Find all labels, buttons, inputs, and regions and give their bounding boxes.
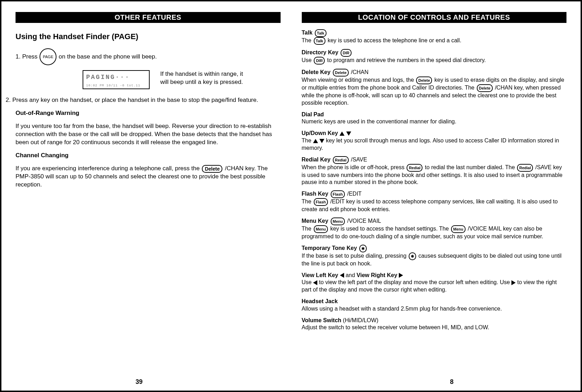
del-b1-pre: When viewing or editing menus and logs, … [302,77,414,83]
view-right-title: View Right Key [356,272,397,278]
view-and: and [346,272,355,278]
directory-entry: Directory Key DIR Use DIR to program and… [302,49,567,65]
talk-key-inline: Talk [314,37,325,45]
flash-title: Flash Key [302,191,329,197]
right-page: LOCATION OF CONTROLS AND FEATURES Talk T… [302,12,567,384]
talk-entry: Talk Talk The Talk key is used to access… [302,29,567,45]
redial-suffix: /SAVE [351,157,367,163]
right-page-number: 8 [450,378,454,386]
flash-key: Flash [331,190,345,198]
talk-pre: The [302,37,312,43]
headset-body: Allows using a headset with a standard 2… [302,306,502,312]
updown-post: key let you scroll through menus and log… [302,137,559,151]
left-arrow-icon-inline [313,280,317,285]
star-key: ✱ [359,245,367,252]
del-key-inline2: Delete [477,84,493,92]
redial-title: Redial Key [302,157,331,163]
left-arrow-icon [340,273,344,278]
view-mid: to view the left part of the display and… [319,279,510,285]
menu-key-inline2: Menu [451,225,466,233]
page-key-icon: PAGE [40,48,56,65]
step-2: 2. Press any key on the handset, or plac… [16,96,281,104]
tone-pre: If the base is set to pulse dialing, pre… [302,253,407,259]
left-page-number: 39 [136,378,143,386]
view-pre: Use [302,279,312,285]
lcd-illustration-row: PAGING··· 10:02 PM 10/11 -0 tot.11 If th… [68,70,281,89]
left-body: 1. Press PAGE on the base and the phone … [16,48,281,194]
lcd-screen: PAGING··· 10:02 PM 10/11 -0 tot.11 [83,70,150,89]
dir-post: to program and retrieve the numbers in t… [327,57,486,63]
out-of-range-heading: Out-of-Range Warning [16,109,281,117]
step1-suffix: on the base and the phone will beep. [59,53,157,61]
talk-post: key is used to access the telephone line… [328,37,461,43]
channel-changing-heading: Channel Changing [16,152,281,160]
channel-changing-body: If you are experiencing interference dur… [16,165,281,189]
right-arrow-icon [399,273,403,278]
redial-key-inline1: Redial [407,164,422,172]
out-of-range-body: If you venture too far from the base, th… [16,122,281,147]
cc-pre: If you are experiencing interference dur… [16,165,200,172]
dir-key: DIR [341,49,352,57]
flash-entry: Flash Key Flash /EDIT The Flash /EDIT ke… [302,190,567,213]
redial-entry: Redial Key Redial /SAVE When the phone i… [302,156,567,186]
step1-prefix: 1. Press [16,53,37,61]
left-page: OTHER FEATURES Using the Handset Finder … [16,12,281,384]
menu-key: Menu [331,218,345,225]
volume-title: Volume Switch [302,317,342,323]
delete-entry: Delete Key Delete /CHAN When viewing or … [302,69,567,107]
star-key-inline: ✱ [409,252,416,260]
lcd-caption: If the handset is within range, it will … [160,70,245,86]
headset-title: Headset Jack [302,298,338,304]
step-1: 1. Press PAGE on the base and the phone … [16,48,281,65]
redial-key: Redial [333,156,349,164]
down-arrow-icon-inline [319,139,324,143]
dir-key-inline: DIR [314,57,325,65]
flash-key-inline: Flash [314,198,328,206]
volume-body: Adjust the switch to select the receiver… [302,324,490,330]
flash-suffix: /EDIT [347,191,362,197]
talk-title: Talk [302,30,313,36]
menu-mid: key is used to access the handset settin… [330,226,449,232]
down-arrow-icon [346,131,351,136]
del-key-inline1: Delete [416,76,432,84]
talk-key: Talk [315,29,326,37]
view-entry: View Left Key and View Right Key Use to … [302,272,567,294]
menu-title: Menu Key [302,218,329,224]
flash-pre: The [302,198,312,204]
menu-entry: Menu Key Menu /VOICE MAIL The Menu key i… [302,218,567,240]
lcd-line2: 10:02 PM 10/11 -0 tot.11 [86,84,146,88]
dialpad-entry: Dial Pad Numeric keys are used in the co… [302,111,567,126]
updown-pre: The [302,137,312,143]
del-title: Delete Key [302,69,331,75]
updown-entry: Up/Down Key The key let you scroll throu… [302,130,567,152]
dial-title: Dial Pad [302,111,324,117]
volume-entry: Volume Switch (Hi/MID/LOW) Adjust the sw… [302,317,567,332]
up-arrow-icon-inline [313,139,318,143]
menu-pre: The [302,226,312,232]
menu-suffix: /VOICE MAIL [347,218,381,224]
view-left-title: View Left Key [302,272,338,278]
left-banner: OTHER FEATURES [16,12,281,23]
headset-entry: Headset Jack Allows using a headset with… [302,298,567,313]
menu-key-inline1: Menu [314,225,328,233]
dial-body: Numeric keys are used in the conventiona… [302,118,456,124]
dir-title: Directory Key [302,49,338,55]
up-arrow-icon [340,131,344,136]
lcd-line1: PAGING··· [86,73,146,81]
volume-suffix: (Hi/MID/LOW) [343,317,378,323]
tone-entry: Temporary Tone Key ✱ If the base is set … [302,245,567,268]
right-arrow-icon-inline [511,280,516,285]
delete-key-label: Delete [202,165,222,173]
del-key: Delete [333,69,349,76]
del-suffix: /CHAN [351,69,368,75]
redial-key-inline2: Redial [517,164,533,172]
flash-post: /EDIT key is used to access telephone co… [302,198,558,212]
manual-spread: OTHER FEATURES Using the Handset Finder … [0,0,582,392]
updown-title: Up/Down Key [302,130,338,136]
right-banner: LOCATION OF CONTROLS AND FEATURES [302,12,567,23]
tone-title: Temporary Tone Key [302,245,357,251]
handset-finder-heading: Using the Handset Finder (PAGE) [16,32,281,41]
dir-pre: Use [302,57,312,63]
redial-b1-pre: When the phone is idle or off-hook, pres… [302,164,404,170]
redial-b1-post: to redial the last number dialed. The [425,164,515,170]
